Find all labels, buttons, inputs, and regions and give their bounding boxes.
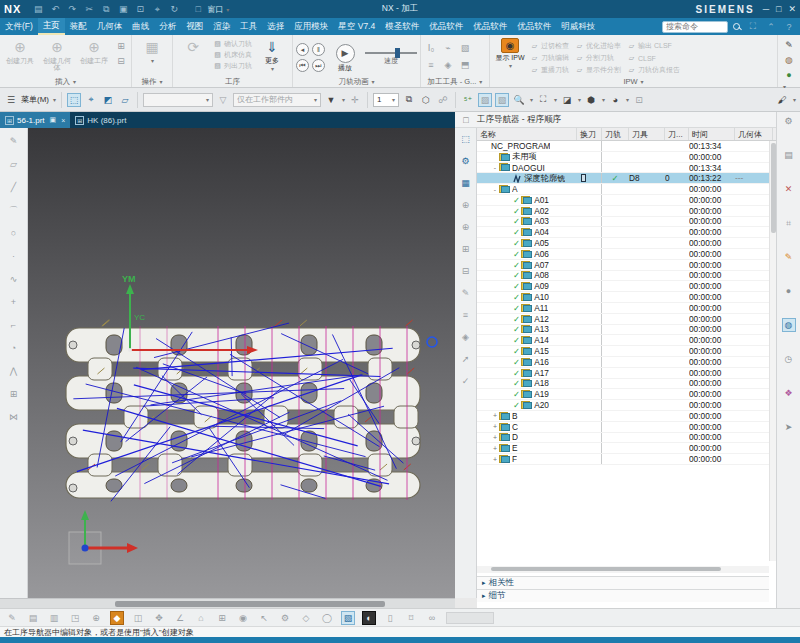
create-geometry-button[interactable]: ⊕创建几何体 — [40, 37, 74, 71]
scrollbar-thumb[interactable] — [771, 143, 776, 233]
viewport-scrollbar[interactable] — [0, 598, 455, 608]
tree-row-A11[interactable]: ✓A1100:00:00 — [477, 303, 776, 314]
create-program-icon[interactable]: ⊟ — [459, 264, 473, 278]
doc-icon[interactable]: ▯ — [383, 611, 397, 625]
ribbon-tab-15[interactable]: 明威科技 — [556, 18, 600, 35]
mate-icon[interactable]: ⊞ — [215, 611, 229, 625]
palette-icon[interactable]: ❖ — [782, 386, 796, 400]
chevron-down-icon[interactable]: ▾ — [626, 96, 629, 103]
scope-combo[interactable]: 仅在工作部件内▾ — [233, 93, 321, 107]
boundary-icon[interactable]: ▧ — [458, 41, 472, 55]
show-ipw-button[interactable]: ◉显示 IPW▾ — [493, 37, 527, 69]
chevron-down-icon[interactable]: ▾ — [342, 96, 345, 103]
section-相关性[interactable]: ▸相关性 — [477, 576, 769, 589]
create-method-icon[interactable]: ⊞ — [459, 242, 473, 256]
polyline-icon[interactable]: ⋀ — [7, 364, 21, 378]
edit-display-icon[interactable]: ▤ — [26, 611, 40, 625]
cut-icon[interactable]: ✂ — [82, 2, 96, 16]
pattern-icon[interactable]: ⊞ — [7, 387, 21, 401]
measure-pencil-icon[interactable]: ✎ — [782, 38, 796, 52]
brush-icon[interactable]: 🖌 — [775, 93, 789, 107]
ribbon-tab-1[interactable]: 装配 — [65, 18, 92, 35]
scrollbar-thumb[interactable] — [491, 567, 721, 571]
sphere-icon[interactable]: ◯ — [320, 611, 334, 625]
tree-row-A17[interactable]: ✓A1700:00:00 — [477, 368, 776, 379]
column-header-4[interactable]: 刀... — [665, 128, 689, 140]
plus-icon[interactable]: + — [7, 295, 21, 309]
minimize-button[interactable]: ─ — [763, 4, 769, 14]
assembly-icon[interactable]: ⌂ — [194, 611, 208, 625]
snapshot-icon[interactable]: ⊡ — [632, 93, 646, 107]
ipw-item-6[interactable]: ▱输出 CLSF — [627, 40, 680, 52]
ipw-item-5[interactable]: ▱显示件分割 — [575, 64, 621, 76]
expand-toggle[interactable]: + — [491, 412, 499, 419]
file-tab-HK (86).prt[interactable]: ⊞HK (86).prt — [70, 112, 131, 128]
pause-icon[interactable]: ‖ — [312, 43, 325, 56]
tree-row-A14[interactable]: ✓A1400:00:00 — [477, 335, 776, 346]
circle-icon[interactable]: ○ — [7, 226, 21, 240]
ribbon-tab-8[interactable]: 选择 — [262, 18, 289, 35]
save-icon[interactable]: ▤ — [31, 2, 45, 16]
cut-levels-icon[interactable]: ≡ — [459, 308, 473, 322]
redo-icon[interactable]: ↷ — [65, 2, 79, 16]
generate-toolpath-button[interactable]: ⟳ — [176, 37, 210, 56]
tree-row-DAOGUI[interactable]: -DAOGUI00:13:34 — [477, 163, 776, 174]
tree-row-C[interactable]: +C00:00:00 — [477, 422, 776, 433]
menu-file[interactable]: 文件(F) — [0, 18, 38, 35]
expand-toggle[interactable]: + — [491, 423, 499, 430]
arrow-icon[interactable]: ↖ — [257, 611, 271, 625]
ipw-item-0[interactable]: ▱过切检查 — [530, 40, 569, 52]
circle-gray-icon[interactable]: ● — [782, 284, 796, 298]
view-cube-icon[interactable]: ⬡ — [419, 93, 433, 107]
render-style-icon[interactable]: ◪ — [560, 93, 574, 107]
ribbon-tab-7[interactable]: 工具 — [235, 18, 262, 35]
hamburger-icon[interactable]: ☰ — [4, 93, 18, 107]
chevron-down-icon[interactable]: ▾ — [578, 96, 581, 103]
create-program-icon[interactable]: ⊟ — [114, 54, 128, 68]
tree-row-A15[interactable]: ✓A1500:00:00 — [477, 346, 776, 357]
column-header-0[interactable]: 名称 — [477, 128, 577, 140]
link-icon[interactable]: ∞ — [425, 611, 439, 625]
column-header-3[interactable]: 刀具 — [629, 128, 665, 140]
tree-row-A13[interactable]: ✓A1300:00:00 — [477, 325, 776, 336]
create-operation-button[interactable]: ⊕创建工序 — [77, 37, 111, 64]
profile-icon[interactable]: ✎ — [7, 134, 21, 148]
ipw-item-1[interactable]: ▱刀轨编辑 — [530, 52, 569, 64]
chevron-down-icon[interactable]: ▾ — [554, 96, 557, 103]
workpiece-grid-icon[interactable]: ▦ — [459, 176, 473, 190]
add-circle-icon[interactable]: ⊕ — [89, 611, 103, 625]
ellipse-icon[interactable]: ◔ — [7, 341, 21, 355]
search-icon[interactable] — [732, 22, 742, 32]
gear-pair-icon[interactable]: ⚙ — [459, 154, 473, 168]
shaded-toggle-icon[interactable]: ▧ — [495, 93, 509, 107]
notes-icon[interactable]: ▤ — [782, 148, 796, 162]
create-geometry-icon[interactable]: ⊕ — [459, 220, 473, 234]
tool-axis-icon[interactable]: Ⅰ₀ — [424, 41, 438, 55]
go-end-icon[interactable]: ⏭ — [312, 59, 325, 72]
pencil-orange-icon[interactable]: ✎ — [782, 250, 796, 264]
perspective-icon[interactable]: ◕ — [608, 93, 622, 107]
sketch-rect-icon[interactable]: ▱ — [7, 157, 21, 171]
ribbon-tab-6[interactable]: 渲染 — [208, 18, 235, 35]
check-tool-icon[interactable]: ✓ — [459, 374, 473, 388]
tree-row-E[interactable]: +E00:00:00 — [477, 443, 776, 454]
tree-row-A03[interactable]: ✓A0300:00:00 — [477, 217, 776, 228]
ribbon-tab-11[interactable]: 模圣软件 — [380, 18, 424, 35]
chevron-down-icon[interactable]: ▾ — [73, 78, 76, 85]
tree-row-未用项[interactable]: 未用项00:00:00 — [477, 152, 776, 163]
ipw-item-4[interactable]: ▱分割刀轨 — [575, 52, 621, 64]
tree-row-A02[interactable]: ✓A0200:00:00 — [477, 206, 776, 217]
snap-select-icon[interactable]: ⬚ — [459, 132, 473, 146]
select-edge-icon[interactable]: ▱ — [118, 93, 132, 107]
ribbon-tab-9[interactable]: 应用模块 — [289, 18, 333, 35]
line-icon[interactable]: ╱ — [7, 180, 21, 194]
navigator-title-bar[interactable]: □ 工序导航器 - 程序顺序 — [455, 112, 776, 128]
close-tab-icon[interactable]: × — [61, 117, 65, 124]
select-objects-icon[interactable]: ⬚ — [67, 93, 81, 107]
tree-row-A12[interactable]: ✓A1200:00:00 — [477, 314, 776, 325]
chevron-down-icon[interactable]: ▾ — [479, 78, 482, 85]
box-icon[interactable]: ◫ — [131, 611, 145, 625]
snap-crosshair-icon[interactable]: ✛ — [348, 93, 362, 107]
tree-row-B[interactable]: +B00:00:00 — [477, 411, 776, 422]
ribbon-tab-3[interactable]: 曲线 — [127, 18, 154, 35]
